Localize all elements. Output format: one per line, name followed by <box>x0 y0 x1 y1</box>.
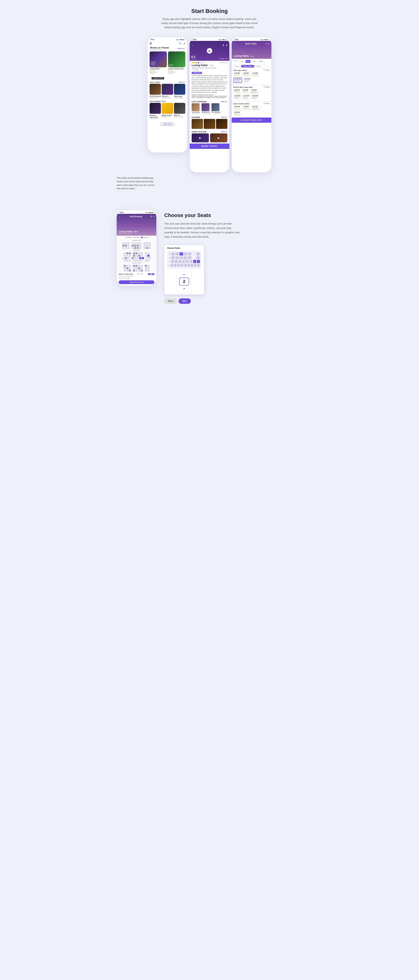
show-655[interactable]: 6:55 PM Audi: #02 Filling Fast <box>242 72 250 77</box>
skyscraper-card[interactable]: Skyscraper Metacritic 88% <box>174 84 185 99</box>
seat-r9[interactable] <box>146 242 148 244</box>
ps-h5[interactable]: H5 <box>188 252 192 256</box>
g26-selected[interactable] <box>142 257 144 259</box>
show-1125[interactable]: 11:25 PM Audi: #01 Available <box>243 78 251 83</box>
p6[interactable] <box>138 265 140 267</box>
ps-h8[interactable]: H8 <box>175 252 179 256</box>
g8[interactable] <box>145 252 147 255</box>
ps-f2-sel[interactable]: F2 <box>197 260 200 263</box>
g9[interactable] <box>148 252 149 255</box>
p10[interactable] <box>124 267 126 269</box>
p16[interactable] <box>141 267 143 269</box>
ps-e3[interactable]: E3 <box>190 264 194 267</box>
p2[interactable] <box>126 265 129 267</box>
count-down-arrow[interactable]: ▼ <box>182 286 186 291</box>
p23[interactable] <box>135 270 138 272</box>
p12[interactable] <box>129 267 131 269</box>
mile22-card[interactable]: Mille 22 Metacritic 88% <box>174 103 185 119</box>
ps-g7[interactable]: G7 <box>179 256 183 259</box>
show3-745[interactable]: 7:45 PM Audi: #05 Filling Fast <box>242 105 250 110</box>
rate-this[interactable]: ★ Rate This <box>219 58 228 60</box>
back-btn[interactable]: Back <box>164 298 177 304</box>
g12[interactable] <box>129 255 131 257</box>
ps-h1[interactable]: H1 <box>196 252 200 256</box>
g34[interactable] <box>138 259 140 261</box>
next-btn[interactable]: Next <box>179 298 191 304</box>
format-imax[interactable]: IMAX <box>258 60 265 63</box>
seat-r10[interactable] <box>149 242 151 244</box>
g11[interactable] <box>126 255 129 257</box>
seat-r4[interactable] <box>132 242 134 244</box>
movie-card-jurassic[interactable]: JURASSICWORLD Jurassic World: Fall... ★★… <box>168 51 185 74</box>
g6[interactable] <box>138 252 140 255</box>
seat-r23[interactable] <box>127 247 130 249</box>
g37[interactable] <box>148 259 149 261</box>
ps-f6[interactable]: F6 <box>182 260 185 263</box>
promo-button[interactable]: Apply Promo code <box>119 280 154 284</box>
ps-e8[interactable]: E8 <box>174 264 177 267</box>
seat-r21[interactable] <box>122 247 124 249</box>
g28[interactable] <box>149 257 151 259</box>
fallout-card[interactable]: Mission: Impossible Metacritic 96% <box>149 103 161 119</box>
seat-r2[interactable] <box>125 242 127 244</box>
ps-g6[interactable]: G6 <box>184 256 187 259</box>
ps-g9[interactable]: G9 <box>171 256 175 259</box>
next-week-view-all[interactable]: VIEW ALL <box>179 81 185 83</box>
ps-f3-sel[interactable]: F3 <box>193 260 197 263</box>
ps-e1[interactable]: E1 <box>197 264 200 267</box>
show2-1115[interactable]: 11:15 PM Audi: #01 Available <box>242 94 250 99</box>
show2-915[interactable]: 9:15 PM Audi: #03 All Most Full <box>250 89 259 94</box>
date-sunday[interactable]: Sunda... <box>254 65 263 67</box>
trailer1[interactable]: ▶ <box>192 134 209 142</box>
eighth-card[interactable]: Eighth Grade Metacritic 87% <box>162 103 173 119</box>
g27[interactable] <box>146 257 148 259</box>
show2-635[interactable]: 6:35 PM Audi: #01 Filling Fast <box>242 89 249 94</box>
trailers-view-all[interactable]: VIEW ALL <box>221 131 227 132</box>
seat-r1[interactable] <box>122 242 124 244</box>
seat-r22[interactable] <box>125 247 127 249</box>
cast-peter[interactable]: Peter Sarsgaard Shepard <box>211 103 221 114</box>
seat-r20[interactable] <box>149 245 151 247</box>
p18[interactable] <box>148 267 149 269</box>
see-all-link[interactable]: See all <box>212 92 217 93</box>
p17[interactable] <box>145 267 147 269</box>
ps-h7[interactable]: H7 <box>179 252 183 256</box>
reformed-card[interactable]: First Reformed Metacritic 96% <box>149 84 161 99</box>
g16[interactable] <box>141 255 143 257</box>
ps-f4[interactable]: F4 <box>189 260 193 263</box>
format-2d[interactable]: 2D <box>240 60 244 63</box>
show3-815[interactable]: 8:15 PM Audi: #08 All Most Full <box>251 105 260 110</box>
seat-r5[interactable] <box>134 242 136 244</box>
play-button2[interactable]: ▶ <box>207 48 212 54</box>
show-615[interactable]: 6:15 PM Audi: #09 Filling Fast <box>233 72 241 77</box>
p20[interactable] <box>126 270 129 272</box>
p9[interactable] <box>148 265 149 267</box>
ps-f8[interactable]: F8 <box>175 260 178 263</box>
show2-625[interactable]: 6:25 PM Audi: #02 Filling Fast <box>233 89 241 94</box>
show3-630[interactable]: 6:30 PM Audi: #03 Filling Fast <box>233 105 241 110</box>
ps-e2[interactable]: E2 <box>194 264 197 267</box>
filter-icon[interactable]: ⊿ <box>183 42 185 45</box>
cast-view-all[interactable]: VIEW ALL <box>221 101 227 102</box>
p14[interactable] <box>135 267 138 269</box>
seat-r17[interactable] <box>139 245 141 247</box>
p26[interactable] <box>145 270 147 272</box>
cast-penelope[interactable]: Penélope Cruz Virginia Vallejo <box>202 103 210 114</box>
g31[interactable] <box>129 259 131 261</box>
g24[interactable] <box>137 257 139 259</box>
show2-1020[interactable]: 10:20 PM Audi: #04 Available <box>233 94 241 99</box>
back-icon-seat[interactable]: ← <box>119 215 121 218</box>
ps-g1[interactable]: G1 <box>196 256 200 259</box>
poster1[interactable] <box>192 119 203 129</box>
p7[interactable] <box>141 265 143 267</box>
view-all-button[interactable]: VIEW ALL <box>177 48 185 49</box>
show3-920[interactable]: 9:20 PM Audi: #01 Filling Fast <box>233 111 241 116</box>
seat-r30[interactable] <box>149 247 151 249</box>
ps-g8[interactable]: G8 <box>175 256 179 259</box>
p27[interactable] <box>148 270 149 272</box>
back-icon3[interactable]: ← <box>234 42 236 45</box>
format-4dx[interactable]: 4DX <box>251 60 257 63</box>
movie-card-pablo[interactable]: ⭐⭐⭐⭐ LOVINGPABLO JUNE 22 Loving Pablo ★★… <box>149 51 167 74</box>
date-sept2[interactable]: Today, Sept 2 <box>241 65 254 67</box>
g19[interactable] <box>122 257 124 259</box>
